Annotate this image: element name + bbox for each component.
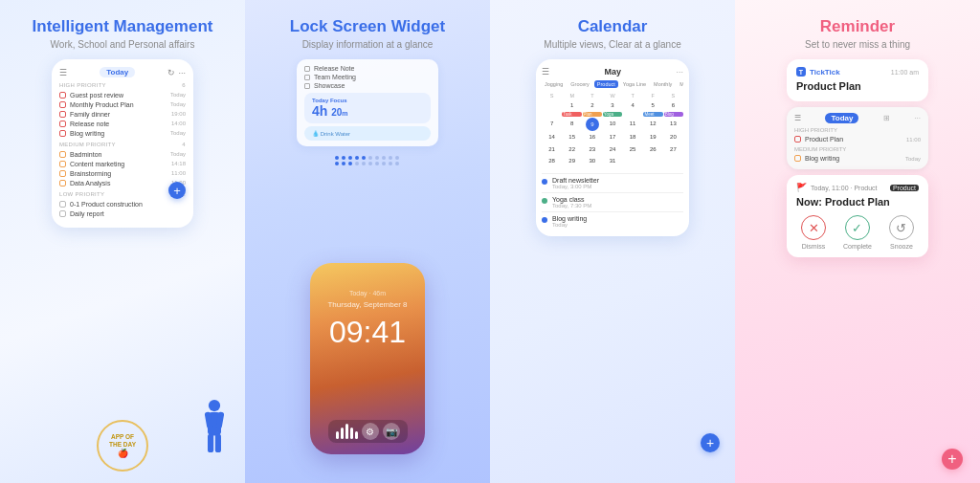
task-item: Family dinner 19:00: [59, 109, 186, 119]
task-item: Blog writing Today: [59, 128, 186, 138]
dots-visualization: [335, 156, 400, 165]
task-item: Monthly Product Plan Today: [59, 99, 186, 109]
svg-point-0: [209, 400, 220, 411]
panel3-subtitle: Multiple views, Clear at a glance: [544, 39, 680, 50]
snooze-button[interactable]: ↺ Snooze: [889, 215, 914, 250]
focus-widget: Today Focus 4h 20m: [304, 93, 431, 123]
mini-task-medium: Blog writing Today: [794, 155, 921, 162]
lock-date: Thursday, September 8: [327, 300, 407, 309]
checkbox: [59, 180, 66, 187]
checkbox: [59, 161, 66, 167]
panel-intelligent-management: Intelligent Management Work, School and …: [0, 0, 245, 483]
agenda-dot: [542, 217, 547, 223]
more-icon: ···: [914, 114, 921, 122]
calendar-view-tabs: Jogging Grocery Product Yoga Line Monthl…: [542, 80, 683, 88]
checkbox: [59, 210, 66, 217]
task-checkbox: [794, 155, 801, 162]
panel4-subtitle: Set to never miss a thing: [805, 39, 910, 50]
cal-tab[interactable]: Jogging: [542, 80, 566, 88]
widget-task-row: Showcase: [304, 82, 431, 89]
widget-task-row: Team Meeting: [304, 74, 431, 80]
ring-icon: ⚙: [362, 423, 379, 440]
panel1-subtitle: Work, School and Personal affairs: [51, 39, 195, 50]
task-item: 0-1 Product construction: [59, 199, 186, 209]
lock-carrier: Today · 46m: [349, 290, 386, 296]
refresh-icon: ↻: [167, 68, 175, 77]
checkbox: [59, 170, 66, 177]
svg-rect-4: [208, 434, 213, 452]
mini-header: ☰ Today ⊞ ···: [794, 113, 921, 123]
lock-time: 09:41: [329, 317, 406, 347]
agenda-item: Draft newsletter Today, 3:00 PM: [542, 173, 683, 192]
checkbox: [59, 111, 66, 118]
cal-tab-active[interactable]: Product: [594, 80, 618, 88]
agenda-item: Blog writing Today: [542, 211, 683, 231]
medium-priority-section: MEDIUM PRIORITY 4 Badminton Today Conten…: [59, 142, 186, 187]
add-event-fab[interactable]: +: [701, 433, 720, 452]
panel4-title: Reminder: [820, 17, 895, 36]
svg-rect-5: [215, 434, 221, 452]
task-item: Data Analysis 11:00: [59, 178, 186, 187]
notification-card: T TickTick 11:00 am Product Plan: [787, 59, 928, 101]
menu-icon: ☰: [794, 114, 801, 122]
ticktick-icon: T: [796, 67, 806, 77]
calendar-phone-mock: ☰ May ··· Jogging Grocery Product Yoga L…: [536, 59, 689, 236]
notif-time: 11:00 am: [891, 69, 919, 76]
task-item: Content marketing 14:18: [59, 159, 186, 168]
checkbox: [59, 101, 66, 108]
agenda-dot: [542, 179, 547, 185]
checkbox: [59, 92, 66, 99]
high-priority-label: HIGH PRIORITY: [794, 127, 921, 133]
cal-tab[interactable]: Grocery: [568, 80, 592, 88]
low-priority-label: LOW PRIORITY 2: [59, 191, 186, 197]
panel3-title: Calendar: [578, 17, 648, 36]
low-priority-section: LOW PRIORITY 2 0-1 Product construction …: [59, 191, 186, 218]
notif-header: T TickTick 11:00 am: [796, 67, 919, 77]
task-item: Brainstorming 11:00: [59, 168, 186, 178]
panel-reminder: Reminder Set to never miss a thing T Tic…: [735, 0, 980, 483]
cal-tab[interactable]: Monthly: [651, 80, 675, 88]
panel-lock-screen: Lock Screen Widget Display information a…: [245, 0, 490, 483]
agenda-list: Draft newsletter Today, 3:00 PM Yoga cla…: [542, 173, 683, 231]
lock-widgets: ⚙ 📷: [328, 420, 408, 443]
grid-icon: ⊞: [883, 114, 890, 122]
widget-checkbox: [304, 83, 310, 89]
add-task-fab[interactable]: +: [168, 182, 186, 199]
widget-checkbox: [304, 75, 310, 80]
lock-phone-mock: Today · 46m Thursday, September 8 09:41 …: [310, 263, 425, 454]
dismiss-icon: ✕: [801, 215, 826, 240]
complete-icon: ✓: [845, 215, 870, 240]
cal-tab[interactable]: Monthly: [677, 80, 683, 88]
more-icon: ···: [178, 68, 186, 77]
task-item: Daily report: [59, 209, 186, 218]
water-widget: 💧 Drink Water: [304, 126, 431, 141]
notif-app-info: T TickTick: [796, 67, 840, 77]
today-label: Today: [100, 67, 135, 77]
checkbox: [59, 151, 66, 158]
task-item: Badminton Today: [59, 149, 186, 159]
add-reminder-fab[interactable]: +: [942, 449, 963, 470]
widget-card-tasks: Release Note Team Meeting Showcase Today…: [297, 59, 438, 146]
panel1-title: Intelligent Management: [33, 17, 213, 36]
mini-task-high: Product Plan 11:00: [794, 136, 921, 143]
checkbox: [59, 201, 66, 208]
high-priority-label: HIGH PRIORITY 6: [59, 82, 186, 88]
phone-mock-1: ☰ Today ↻ ··· HIGH PRIORITY 6 Guest post…: [52, 59, 193, 228]
more-icon: ···: [676, 67, 683, 77]
cal-tab[interactable]: Yoga Line: [620, 80, 649, 88]
today-badge: Today: [825, 113, 858, 123]
person-figure: [197, 399, 232, 466]
widget-task-row: Release Note: [304, 65, 431, 72]
complete-button[interactable]: ✓ Complete: [843, 215, 872, 250]
reminder-popup: 🚩 Today, 11:00 · Product Product Now: Pr…: [787, 175, 928, 257]
widget-checkbox: [304, 66, 310, 72]
header-icons: ↻ ···: [167, 68, 186, 77]
menu-icon: ☰: [542, 67, 549, 77]
dismiss-button[interactable]: ✕ Dismiss: [801, 215, 826, 250]
checkbox: [59, 121, 66, 127]
calendar-grid: SM TW TF S 1 2 3 4 5 6 Task Plan Yoga: [542, 92, 683, 167]
reminder-action-buttons: ✕ Dismiss ✓ Complete ↺ Snooze: [796, 215, 919, 250]
apple-icon: 🍎: [118, 449, 128, 458]
checkbox: [59, 130, 66, 137]
camera-icon: 📷: [383, 423, 400, 440]
